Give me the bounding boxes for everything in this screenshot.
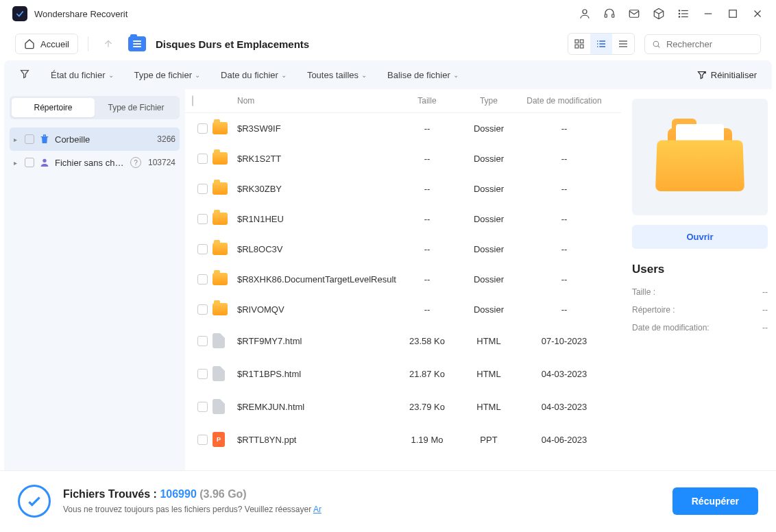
maximize-icon[interactable] — [727, 8, 739, 20]
filter-size[interactable]: Toutes tailles⌄ — [307, 70, 367, 80]
trash-icon — [38, 133, 51, 145]
app-title: Wondershare Recoverit — [34, 9, 128, 19]
file-size: 1.19 Mo — [396, 435, 458, 445]
row-checkbox[interactable] — [197, 244, 208, 254]
file-name: $R1N1HEU — [234, 214, 396, 224]
file-date: -- — [520, 123, 609, 134]
breadcrumb[interactable]: Disques Durs et Emplacements — [156, 38, 309, 50]
row-checkbox[interactable] — [197, 402, 208, 412]
up-button[interactable] — [98, 34, 119, 54]
file-row[interactable]: $RL8OC3V--Dossier-- — [185, 234, 621, 264]
app-logo — [12, 6, 27, 21]
col-type[interactable]: Type — [458, 96, 520, 106]
svg-point-8 — [679, 13, 680, 14]
tab-filetype[interactable]: Type de Fichier — [95, 98, 178, 117]
row-checkbox[interactable] — [197, 214, 208, 224]
open-button[interactable]: Ouvrir — [632, 225, 768, 249]
tree-count: 103724 — [148, 158, 175, 167]
file-size: -- — [396, 214, 458, 224]
cube-icon[interactable] — [653, 8, 665, 20]
view-list[interactable] — [612, 34, 634, 54]
view-grid[interactable] — [568, 34, 590, 54]
folder-icon — [213, 213, 228, 225]
file-type: PPT — [458, 435, 520, 445]
tab-directory[interactable]: Répertoire — [12, 98, 95, 117]
file-size: 23.58 Ko — [396, 336, 458, 346]
row-checkbox[interactable] — [197, 336, 208, 346]
row-checkbox[interactable] — [197, 304, 208, 315]
file-row[interactable]: $R3SW9IF--Dossier-- — [185, 113, 621, 143]
row-checkbox[interactable] — [197, 369, 208, 379]
view-detail[interactable] — [590, 34, 612, 54]
file-type: Dossier — [458, 123, 520, 134]
meta-row: Date de modification:-- — [632, 323, 768, 332]
user-icon[interactable] — [579, 8, 591, 20]
tree-checkbox[interactable] — [25, 158, 34, 167]
headset-icon[interactable] — [603, 8, 616, 20]
file-type: Dossier — [458, 304, 520, 315]
file-row[interactable]: $RTF9MY7.html23.58 KoHTML07-10-2023 — [185, 324, 621, 357]
folder-icon — [213, 122, 228, 134]
svg-rect-1 — [605, 14, 607, 18]
close-icon[interactable] — [751, 8, 764, 20]
file-date: -- — [520, 304, 609, 315]
search-input[interactable] — [666, 39, 753, 49]
folder-icon — [213, 303, 228, 315]
file-row[interactable]: $R1T1BPS.html21.87 KoHTML04-03-2023 — [185, 357, 621, 390]
filter-tag[interactable]: Balise de fichier⌄ — [387, 70, 459, 80]
filter-icon[interactable] — [19, 69, 30, 82]
col-name[interactable]: Nom — [234, 96, 396, 106]
mail-icon[interactable] — [628, 8, 640, 20]
file-row[interactable]: $R1N1HEU--Dossier-- — [185, 204, 621, 234]
tree-checkbox[interactable] — [25, 134, 34, 144]
svg-rect-15 — [580, 40, 583, 43]
file-type: Dossier — [458, 274, 520, 285]
file-row[interactable]: $REMKJUN.html23.79 KoHTML04-03-2023 — [185, 390, 621, 423]
retry-link[interactable]: Ar — [313, 505, 322, 514]
col-date[interactable]: Date de modification — [520, 96, 609, 106]
filter-state[interactable]: État du fichier⌄ — [51, 70, 114, 80]
row-checkbox[interactable] — [197, 184, 208, 194]
row-checkbox[interactable] — [197, 274, 208, 285]
file-row[interactable]: $RK30ZBY--Dossier-- — [185, 173, 621, 204]
preview-panel: Ouvrir Users Taille :--Répertoire :--Dat… — [621, 89, 776, 470]
file-name: $R8XHK86.DocumentTargetLevelResult — [234, 274, 396, 285]
tree-count: 3266 — [157, 134, 175, 144]
file-date: 07-10-2023 — [520, 336, 609, 346]
help-icon[interactable]: ? — [130, 157, 141, 168]
row-checkbox[interactable] — [197, 123, 208, 134]
chevron-down-icon: ⌄ — [453, 71, 459, 79]
meta-label: Répertoire : — [632, 305, 675, 315]
filter-type[interactable]: Type de fichier⌄ — [134, 70, 201, 80]
col-size[interactable]: Taille — [396, 96, 458, 106]
file-type: Dossier — [458, 184, 520, 194]
view-toggles — [568, 33, 635, 55]
file-row[interactable]: P$RTTL8YN.ppt1.19 MoPPT04-06-2023 — [185, 423, 621, 456]
meta-label: Taille : — [632, 287, 655, 297]
tree-item-corbeille[interactable]: ▸ Corbeille 3266 — [10, 128, 180, 151]
list-icon[interactable] — [677, 8, 690, 20]
meta-value: -- — [762, 323, 768, 332]
reset-button[interactable]: Réinitialiser — [696, 70, 757, 80]
minimize-icon[interactable] — [702, 8, 714, 20]
filter-date[interactable]: Date du fichier⌄ — [221, 70, 287, 80]
file-date: 04-06-2023 — [520, 435, 609, 445]
tree-label: Corbeille — [55, 134, 153, 145]
row-checkbox[interactable] — [197, 435, 208, 445]
found-count: 106990 — [160, 488, 196, 500]
file-row[interactable]: $R8XHK86.DocumentTargetLevelResult--Doss… — [185, 264, 621, 294]
meta-row: Taille :-- — [632, 287, 768, 297]
search-box[interactable] — [644, 34, 761, 54]
file-row[interactable]: $RK1S2TT--Dossier-- — [185, 143, 621, 173]
file-row[interactable]: $RIVOMQV--Dossier-- — [185, 294, 621, 324]
home-button[interactable]: Accueil — [15, 34, 78, 54]
svg-point-31 — [43, 159, 46, 162]
row-checkbox[interactable] — [197, 154, 208, 164]
file-name: $RL8OC3V — [234, 244, 396, 254]
select-all-checkbox[interactable] — [192, 95, 193, 106]
titlebar-left: Wondershare Recoverit — [12, 6, 128, 21]
sidebar: Répertoire Type de Fichier ▸ Corbeille 3… — [4, 89, 185, 470]
tree-item-nopath[interactable]: ▸ Fichier sans che... ? 103724 — [10, 151, 180, 174]
recover-button[interactable]: Récupérer — [672, 487, 758, 515]
file-size: 23.79 Ko — [396, 402, 458, 412]
